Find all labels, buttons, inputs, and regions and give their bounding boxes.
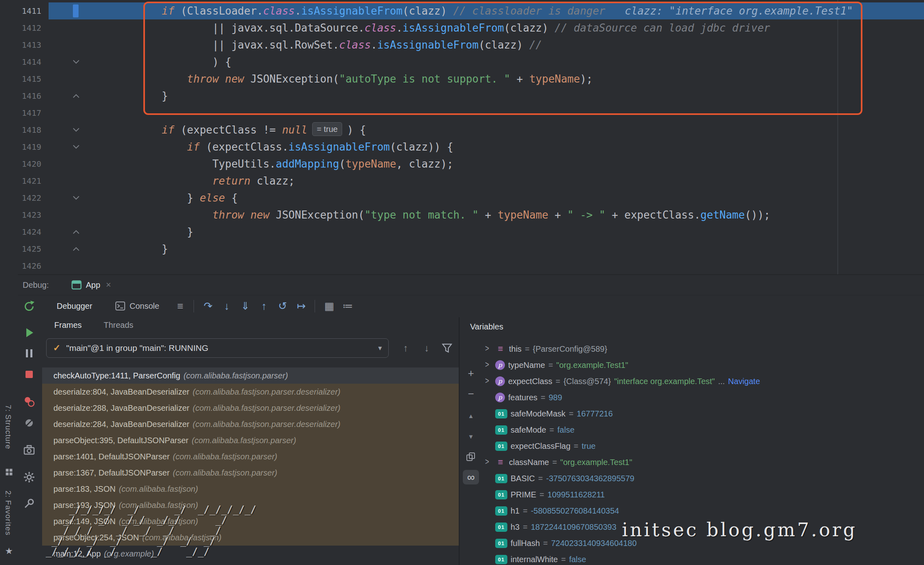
- code-line: 1418 if (expectClass != null= true) {: [18, 121, 924, 138]
- tab-frames[interactable]: Frames: [54, 321, 82, 330]
- favorites-star-icon[interactable]: ★: [3, 546, 15, 557]
- navigate-link[interactable]: Navigate: [728, 377, 760, 386]
- line-number[interactable]: 1411: [18, 2, 41, 19]
- rerun-icon[interactable]: [22, 299, 36, 314]
- thread-selector-value: "main"@1 in group "main": RUNNING: [66, 343, 208, 353]
- line-number[interactable]: 1412: [18, 19, 41, 36]
- reset-frame-icon[interactable]: ↺: [273, 300, 292, 312]
- frame-row[interactable]: main:12, App(org.example): [42, 546, 459, 562]
- copy-stack-icon[interactable]: [463, 449, 479, 465]
- watches-toggle-icon[interactable]: ∞: [463, 470, 479, 484]
- remove-watch-icon[interactable]: −: [463, 386, 479, 402]
- fold-down-icon[interactable]: [67, 53, 85, 70]
- expand-chevron-icon[interactable]: >: [482, 344, 492, 354]
- fold-down-icon[interactable]: [67, 138, 85, 155]
- frame-row[interactable]: deserialze:284, JavaBeanDeserializer(com…: [42, 416, 459, 432]
- scroll-down-icon[interactable]: ▼: [463, 428, 479, 444]
- step-over-icon[interactable]: ↷: [194, 300, 217, 312]
- variable-row[interactable]: >≡this = {ParserConfig@589}: [482, 341, 924, 357]
- tab-threads[interactable]: Threads: [104, 321, 133, 330]
- expand-chevron-icon[interactable]: >: [482, 360, 492, 370]
- frame-row[interactable]: parse:193, JSON(com.alibaba.fastjson): [42, 497, 459, 513]
- line-number[interactable]: 1424: [18, 223, 41, 240]
- frame-row[interactable]: deserialze:288, JavaBeanDeserializer(com…: [42, 400, 459, 416]
- variable-name: internalWhite: [511, 555, 558, 564]
- line-number[interactable]: 1415: [18, 70, 41, 87]
- line-number[interactable]: 1423: [18, 206, 41, 223]
- line-number[interactable]: 1426: [18, 257, 41, 274]
- code-text: } else {: [111, 189, 924, 206]
- pin-icon[interactable]: [22, 496, 36, 511]
- expand-chevron-icon[interactable]: >: [482, 376, 492, 387]
- fold-down-icon[interactable]: [67, 121, 85, 138]
- view-breakpoints-icon[interactable]: [22, 394, 36, 409]
- line-number[interactable]: 1420: [18, 155, 41, 172]
- primitive-icon: 01: [495, 490, 507, 499]
- stop-icon[interactable]: [22, 367, 36, 382]
- line-number[interactable]: 1417: [18, 104, 41, 121]
- mute-breakpoints-icon[interactable]: [22, 416, 36, 430]
- sidebar-item-structure[interactable]: 7: Structure: [4, 405, 13, 449]
- resume-icon[interactable]: [22, 325, 36, 340]
- variable-row[interactable]: 01h1 = -5808550276084140354: [482, 503, 924, 519]
- frame-row[interactable]: parse:1401, DefaultJSONParser(com.alibab…: [42, 448, 459, 465]
- expand-chevron-icon[interactable]: >: [482, 457, 492, 467]
- line-number[interactable]: 1422: [18, 189, 41, 206]
- frame-row[interactable]: parseObject:395, DefaultJSONParser(com.a…: [42, 432, 459, 448]
- fold-down-icon[interactable]: [67, 189, 85, 206]
- force-step-into-icon[interactable]: ⇓: [236, 300, 255, 312]
- next-frame-icon[interactable]: ↓: [418, 338, 436, 358]
- line-number[interactable]: 1414: [18, 53, 41, 70]
- settings-gear-icon[interactable]: [22, 470, 36, 484]
- variable-row[interactable]: 01safeMode = false: [482, 422, 924, 438]
- line-number[interactable]: 1425: [18, 240, 41, 257]
- variable-row[interactable]: 01fullHash = 7240233140934604180: [482, 535, 924, 551]
- variable-row[interactable]: 01h3 = 1872244109670850393: [482, 519, 924, 535]
- filter-icon[interactable]: [441, 342, 453, 355]
- line-number[interactable]: 1413: [18, 36, 41, 53]
- debug-tab-title: App: [86, 280, 100, 290]
- line-number[interactable]: 1418: [18, 121, 41, 138]
- frame-row[interactable]: parseObject:254, JSON(com.alibaba.fastjs…: [42, 529, 459, 546]
- line-number[interactable]: 1419: [18, 138, 41, 155]
- fold-up-icon[interactable]: [67, 223, 85, 240]
- scroll-up-icon[interactable]: ▲: [463, 408, 479, 424]
- variable-row[interactable]: 01expectClassFlag = true: [482, 438, 924, 454]
- variable-row[interactable]: 01PRIME = 1099511628211: [482, 486, 924, 503]
- frame-row[interactable]: parse:1367, DefaultJSONParser(com.alibab…: [42, 465, 459, 481]
- sidebar-item-favorites[interactable]: 2: Favorites: [4, 491, 13, 535]
- frame-row[interactable]: checkAutoType:1411, ParserConfig(com.ali…: [42, 367, 459, 384]
- step-into-icon[interactable]: ↓: [217, 300, 236, 312]
- variable-row[interactable]: 01internalWhite = false: [482, 551, 924, 565]
- line-number[interactable]: 1416: [18, 87, 41, 104]
- variable-row[interactable]: >ptypeName = "org.example.Test1": [482, 357, 924, 373]
- variable-row[interactable]: >≡className = "org.example.Test1": [482, 454, 924, 470]
- camera-icon[interactable]: [22, 443, 36, 457]
- layout-settings-icon[interactable]: ≡: [171, 300, 189, 312]
- evaluate-expression-icon[interactable]: ▦: [315, 300, 339, 312]
- variable-row[interactable]: >pexpectClass = {Class@574} "interface o…: [482, 373, 924, 389]
- frame-row[interactable]: deserialze:804, JavaBeanDeserializer(com…: [42, 384, 459, 400]
- pause-icon[interactable]: [22, 346, 36, 361]
- thread-selector[interactable]: ✓ "main"@1 in group "main": RUNNING ▾: [46, 338, 389, 358]
- close-icon[interactable]: ×: [106, 280, 111, 290]
- tab-debugger[interactable]: Debugger: [57, 295, 92, 317]
- variable-name: BASIC: [511, 474, 535, 483]
- step-out-icon[interactable]: ↑: [255, 300, 273, 312]
- variable-row[interactable]: pfeatures = 989: [482, 389, 924, 406]
- debug-tab-app[interactable]: App ×: [71, 275, 111, 295]
- run-to-cursor-icon[interactable]: ↦: [292, 300, 311, 312]
- code-editor[interactable]: 1411 if (ClassLoader.class.isAssignableF…: [18, 0, 924, 274]
- frame-row[interactable]: parse:149, JSON(com.alibaba.fastjson): [42, 513, 459, 529]
- tab-console[interactable]: Console: [115, 295, 159, 317]
- prev-frame-icon[interactable]: ↑: [397, 338, 415, 358]
- fold-up-icon[interactable]: [67, 87, 85, 104]
- add-watch-icon[interactable]: +: [463, 365, 479, 381]
- variable-row[interactable]: 01safeModeMask = 16777216: [482, 406, 924, 422]
- fold-up-icon[interactable]: [67, 240, 85, 257]
- more-options-icon[interactable]: ≔: [339, 300, 357, 312]
- tool-windows-icon[interactable]: [3, 466, 15, 478]
- variable-row[interactable]: 01BASIC = -3750763034362895579: [482, 470, 924, 486]
- line-number[interactable]: 1421: [18, 172, 41, 189]
- frame-row[interactable]: parse:183, JSON(com.alibaba.fastjson): [42, 481, 459, 497]
